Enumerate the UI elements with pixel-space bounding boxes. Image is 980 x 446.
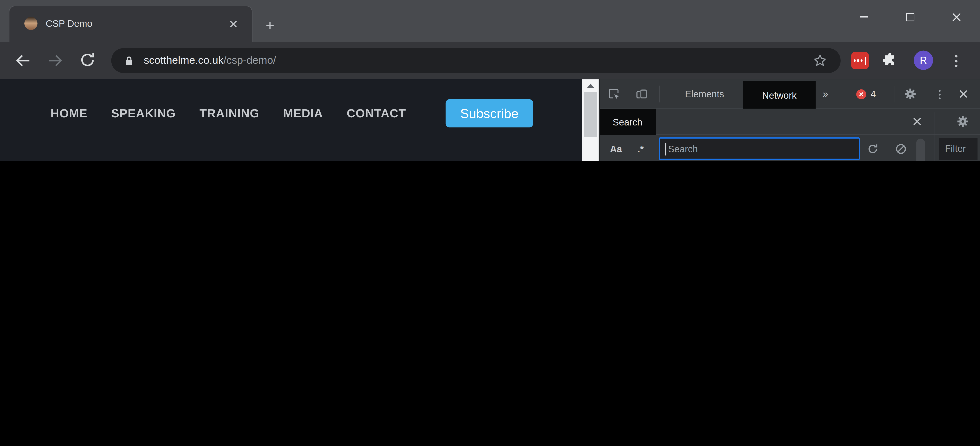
- device-toolbar-icon[interactable]: [635, 87, 648, 100]
- site-nav: HOMESPEAKINGTRAININGMEDIACONTACT: [51, 99, 406, 127]
- search-placeholder: Search: [668, 138, 698, 159]
- search-pane-close-icon[interactable]: [913, 117, 922, 126]
- url-path: /csp-demo/: [223, 54, 276, 66]
- lastpass-extension-icon[interactable]: [851, 52, 869, 69]
- error-badge-icon[interactable]: [856, 89, 866, 99]
- devtools-close-icon[interactable]: [959, 89, 968, 98]
- search-refresh-icon[interactable]: [867, 143, 879, 155]
- url-domain: scotthelme.co.uk: [144, 54, 224, 66]
- web-page: HOMESPEAKINGTRAININGMEDIACONTACT Subscri…: [0, 79, 582, 161]
- devtools-panel: Elements Network » 4: [599, 79, 980, 161]
- content-area: HOMESPEAKINGTRAININGMEDIACONTACT Subscri…: [0, 79, 980, 161]
- browser-menu-icon[interactable]: [955, 54, 958, 68]
- nav-item[interactable]: MEDIA: [283, 106, 323, 120]
- tab-favicon-icon: [24, 17, 37, 30]
- lock-icon[interactable]: [125, 56, 133, 66]
- inspect-element-icon[interactable]: [608, 87, 620, 100]
- window-minimize-button[interactable]: [855, 9, 873, 25]
- match-case-toggle[interactable]: Aa: [610, 135, 622, 161]
- devtools-left-edge[interactable]: [599, 79, 600, 161]
- subscribe-button[interactable]: Subscribe: [446, 99, 533, 127]
- pane-divider: [934, 113, 934, 161]
- scroll-up-arrow-icon[interactable]: [587, 84, 594, 88]
- text-caret: [665, 143, 666, 156]
- search-pane-header: Search: [599, 109, 980, 135]
- nav-item[interactable]: CONTACT: [347, 106, 406, 120]
- browser-window: CSP Demo + scotthelme.co.uk/c: [0, 0, 980, 161]
- network-settings-gear-icon[interactable]: [956, 115, 969, 128]
- nav-item[interactable]: HOME: [51, 106, 88, 120]
- profile-avatar[interactable]: R: [914, 51, 933, 70]
- search-scrollbar-thumb[interactable]: [916, 138, 925, 161]
- extensions-puzzle-icon[interactable]: [881, 52, 898, 69]
- nav-item[interactable]: TRAINING: [199, 106, 259, 120]
- url-text: scotthelme.co.uk/csp-demo/: [144, 48, 276, 73]
- window-maximize-button[interactable]: [901, 9, 919, 25]
- reload-button[interactable]: [79, 51, 97, 70]
- window-close-button[interactable]: [948, 9, 965, 25]
- network-filter-placeholder: Filter: [945, 138, 966, 159]
- tab-search[interactable]: Search: [599, 109, 656, 135]
- tab-network[interactable]: Network: [743, 81, 816, 109]
- search-clear-icon[interactable]: [895, 143, 907, 155]
- devtools-settings-gear-icon[interactable]: [904, 87, 917, 100]
- address-bar[interactable]: scotthelme.co.uk/csp-demo/: [111, 48, 840, 73]
- devtools-tabbar: Elements Network » 4: [599, 79, 980, 109]
- bookmark-star-icon[interactable]: [813, 53, 827, 68]
- back-button[interactable]: [14, 51, 32, 70]
- scrollbar-thumb[interactable]: [584, 92, 597, 137]
- page-scrollbar[interactable]: [582, 79, 599, 161]
- more-tabs-chevron[interactable]: »: [822, 79, 828, 109]
- tab-title: CSP Demo: [46, 6, 92, 41]
- forward-button[interactable]: [46, 51, 64, 70]
- error-count[interactable]: 4: [871, 79, 876, 109]
- devtools-menu-icon[interactable]: [939, 89, 940, 100]
- network-filter-input[interactable]: Filter: [939, 138, 977, 160]
- browser-tab[interactable]: CSP Demo: [9, 6, 253, 42]
- browser-toolbar: scotthelme.co.uk/csp-demo/ R: [0, 42, 980, 79]
- nav-item[interactable]: SPEAKING: [111, 106, 176, 120]
- regex-toggle[interactable]: .*: [638, 135, 644, 161]
- tab-close-icon[interactable]: [229, 20, 237, 28]
- titlebar: CSP Demo +: [0, 0, 980, 42]
- search-input[interactable]: Search: [659, 137, 860, 160]
- new-tab-button[interactable]: +: [260, 16, 280, 36]
- tab-elements[interactable]: Elements: [685, 79, 724, 109]
